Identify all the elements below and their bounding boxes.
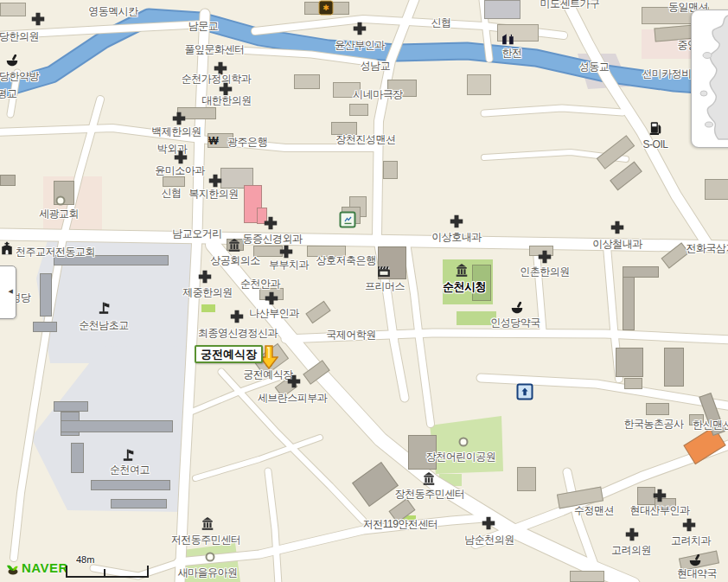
hospital-cross-icon [265,217,278,230]
pharmacy-icon [6,54,19,67]
bank-won-icon: ₩ [208,136,218,146]
map-canvas[interactable]: 당한의원당한약방영동멕시칸남문교✱신협한전미도센트가구동일맨션윤산부인과성남교성… [0,0,728,582]
building [664,348,684,387]
hospital-cross-icon [199,271,212,284]
hospital-cross-icon [265,292,278,305]
building [54,401,88,412]
building [383,161,398,179]
hospital-cross-icon [280,246,293,259]
building [40,273,52,317]
kepco-icon [501,33,515,46]
scale-bar-line [66,566,149,578]
building [332,2,349,15]
building [163,176,185,187]
building [54,255,169,265]
hospital-cross-icon [173,112,186,125]
building [624,378,642,389]
gov-building-icon [201,517,214,531]
building [408,435,437,470]
building [517,467,536,491]
building [623,266,659,278]
building [111,499,167,508]
asterisk-poi-icon: ✱ [319,1,334,16]
dot-icon [459,438,469,447]
flag-school-icon [122,449,135,462]
hospital-cross-icon [354,22,367,35]
naver-logo[interactable]: NAVER [5,560,68,575]
road [178,518,484,562]
building [307,246,346,257]
building [387,80,417,97]
building [616,348,643,377]
hospital-cross-icon [450,215,463,228]
poi-blue-icon [517,384,533,400]
building [570,571,604,582]
pharmacy-icon [689,554,702,567]
road [377,0,416,235]
hospital-cross-icon [288,375,301,388]
search-result-label[interactable]: 궁전예식장 [195,345,263,363]
naver-logo-text: NAVER [22,560,68,575]
building [71,443,84,473]
gov-building-icon [423,472,436,486]
overview-korea-outline [692,10,728,147]
gov-building-icon [456,264,469,278]
building [294,74,320,89]
hospital-cross-icon [214,62,227,75]
hospital-cross-icon [482,517,495,530]
hospital-cross-icon [611,221,624,234]
building [689,414,704,425]
gov-building-icon [228,239,241,253]
building [484,0,520,19]
overview-inset-map[interactable] [691,10,728,148]
building [646,403,669,415]
dot-icon [206,553,215,562]
clapper-icon [377,265,391,278]
building [472,265,491,301]
building [0,3,26,16]
gas-pump-icon [649,121,662,135]
area-cityhall-green-2 [457,311,496,325]
building [0,175,16,186]
hospital-cross-icon [626,528,639,541]
building [61,420,173,432]
naver-sprout-icon [5,560,20,575]
hospital-cross-icon [231,310,244,323]
building [253,246,283,257]
hospital-cross-icon [220,83,233,96]
building [333,82,361,98]
pharmacy-icon [511,302,524,315]
building [91,480,170,490]
road [0,128,379,148]
scale-distance-label: 48m [76,554,94,565]
hospital-cross-icon [32,13,45,26]
collapse-arrow-icon: ◀ [9,288,13,295]
church-icon [1,242,13,255]
hospital-cross-icon [175,151,188,164]
hospital-cross-icon [209,175,222,188]
hospital-cross-icon [683,519,696,532]
flag-school-icon [98,302,111,315]
hospital-cross-icon [539,251,552,264]
building [349,104,368,116]
building [467,74,491,95]
building [33,322,57,332]
building [331,122,357,135]
dot-icon [56,196,66,206]
bank-green-icon [340,212,356,228]
road [192,374,287,412]
side-panel-collapse-tab[interactable]: ◀ [0,265,16,319]
hospital-cross-icon [654,489,667,502]
road [285,333,728,340]
area-lime-1 [201,304,215,312]
building [705,179,728,200]
